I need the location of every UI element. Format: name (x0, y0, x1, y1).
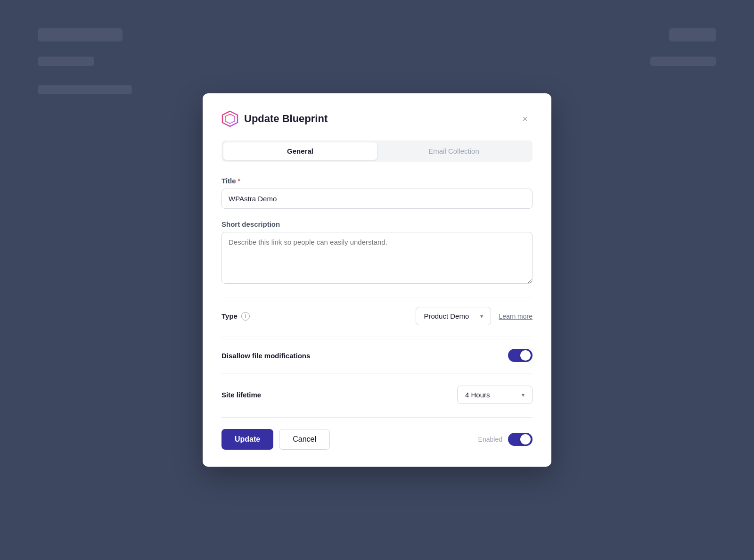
title-label-text: Title (221, 177, 236, 185)
update-button[interactable]: Update (221, 429, 273, 450)
title-input[interactable] (221, 189, 533, 209)
disallow-toggle-track (508, 349, 533, 362)
short-description-label: Short description (221, 220, 533, 228)
tabs-container: General Email Collection (221, 140, 533, 162)
enabled-label: Enabled (478, 436, 502, 443)
footer-left-buttons: Update Cancel (221, 429, 330, 450)
site-lifetime-label: Site lifetime (221, 391, 261, 399)
close-button[interactable]: × (517, 111, 533, 126)
update-blueprint-modal: Update Blueprint × General Email Collect… (203, 93, 551, 467)
type-label-row: Type i (221, 312, 250, 321)
site-lifetime-chevron-icon: ▾ (522, 392, 525, 398)
tab-email-collection[interactable]: Email Collection (377, 142, 531, 160)
disallow-toggle[interactable] (508, 349, 533, 362)
type-select-value: Product Demo (424, 312, 469, 320)
title-field-group: Title * (221, 177, 533, 209)
disallow-toggle-thumb (520, 350, 531, 361)
tab-general[interactable]: General (223, 142, 377, 160)
textarea-wrapper (221, 232, 533, 286)
footer-divider (221, 417, 533, 418)
modal-title: Update Blueprint (244, 113, 328, 125)
type-label-text: Type (221, 312, 238, 320)
site-lifetime-select-button[interactable]: 4 Hours ▾ (457, 386, 533, 404)
footer-right-toggle: Enabled (478, 433, 533, 446)
enabled-toggle[interactable] (508, 433, 533, 446)
learn-more-button[interactable]: Learn more (499, 313, 533, 320)
title-label: Title * (221, 177, 533, 185)
modal-header: Update Blueprint × (221, 110, 533, 127)
modal-overlay: Update Blueprint × General Email Collect… (0, 0, 754, 560)
disallow-label: Disallow file modifications (221, 352, 310, 360)
modal-footer: Update Cancel Enabled (221, 429, 533, 450)
disallow-field-row: Disallow file modifications (221, 339, 533, 371)
type-field-row: Type i Product Demo ▾ Learn more (221, 297, 533, 335)
type-chevron-icon: ▾ (480, 313, 483, 320)
enabled-toggle-track (508, 433, 533, 446)
type-info-icon[interactable]: i (241, 312, 250, 321)
modal-title-row: Update Blueprint (221, 110, 328, 127)
type-divider (221, 337, 533, 337)
cancel-button[interactable]: Cancel (279, 429, 330, 450)
short-description-field-group: Short description (221, 220, 533, 286)
enabled-toggle-thumb (520, 434, 531, 445)
svg-marker-0 (222, 111, 238, 126)
site-lifetime-field-row: Site lifetime 4 Hours ▾ (221, 376, 533, 413)
svg-marker-1 (225, 114, 235, 124)
site-lifetime-value: 4 Hours (465, 391, 490, 399)
title-required-star: * (238, 177, 240, 185)
short-description-textarea[interactable] (221, 232, 533, 284)
type-select-button[interactable]: Product Demo ▾ (416, 307, 491, 325)
type-row-right: Product Demo ▾ Learn more (416, 307, 533, 325)
disallow-divider (221, 373, 533, 374)
blueprint-logo-icon (221, 110, 238, 127)
